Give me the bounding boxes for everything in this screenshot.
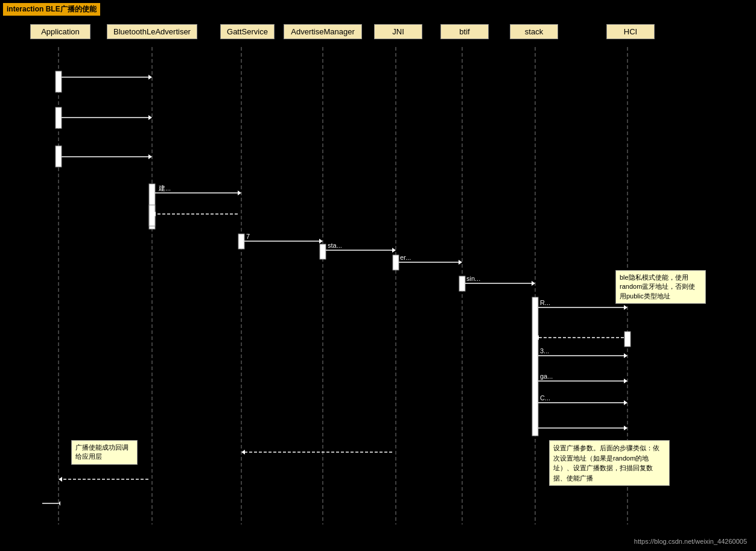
- svg-rect-18: [624, 332, 631, 347]
- participant-jni: JNI: [374, 24, 422, 39]
- svg-text:建...: 建...: [158, 184, 171, 192]
- svg-marker-29: [152, 212, 156, 216]
- svg-rect-15: [393, 255, 399, 270]
- diagram-title: interaction BLE广播的使能: [3, 3, 100, 16]
- svg-marker-20: [148, 75, 152, 80]
- svg-marker-61: [59, 477, 62, 482]
- svg-marker-37: [459, 260, 462, 265]
- participant-hci: HCI: [606, 24, 655, 39]
- note-broadcast-success: 广播使能成功回调给应用层: [71, 440, 138, 465]
- svg-rect-13: [238, 234, 244, 249]
- note-set-params: 设置广播参数。后面的步骤类似：依次设置地址（如果是random的地址）、设置广播…: [549, 440, 670, 486]
- footer-url: https://blog.csdn.net/weixin_44260005: [634, 538, 747, 545]
- svg-marker-59: [241, 450, 245, 455]
- svg-rect-14: [320, 244, 326, 259]
- participant-application: Application: [30, 24, 91, 39]
- svg-rect-16: [459, 276, 465, 291]
- svg-text:ga...: ga...: [540, 373, 553, 380]
- svg-marker-34: [392, 248, 396, 253]
- svg-marker-63: [59, 501, 60, 506]
- svg-marker-26: [238, 190, 241, 195]
- participant-btleadvertiser: BluetoothLeAdvertiser: [107, 24, 197, 39]
- svg-marker-43: [624, 305, 627, 310]
- note-ble-privacy: ble隐私模式使能，使用 random蓝牙地址，否则使用public类型地址: [615, 270, 706, 304]
- participant-btif: btif: [440, 24, 489, 39]
- svg-rect-12: [149, 205, 155, 226]
- svg-text:er...: er...: [400, 254, 411, 261]
- svg-marker-52: [624, 400, 627, 405]
- svg-rect-9: [56, 107, 62, 128]
- svg-marker-31: [319, 239, 323, 244]
- svg-text:sin...: sin...: [466, 275, 480, 282]
- svg-marker-40: [532, 281, 535, 286]
- svg-rect-17: [532, 297, 538, 436]
- svg-marker-57: [535, 335, 539, 340]
- svg-text:R...: R...: [540, 299, 550, 306]
- svg-text:sta...: sta...: [328, 242, 342, 249]
- participant-advertisemanager: AdvertiseManager: [284, 24, 362, 39]
- svg-text:3...: 3...: [540, 347, 549, 354]
- participant-stack: stack: [510, 24, 558, 39]
- svg-marker-22: [148, 115, 152, 120]
- svg-marker-24: [148, 154, 152, 159]
- svg-rect-8: [56, 71, 62, 92]
- participant-gattservice: GattService: [220, 24, 275, 39]
- svg-marker-49: [624, 379, 627, 383]
- svg-marker-55: [624, 426, 627, 430]
- svg-rect-11: [149, 184, 155, 229]
- svg-text:7: 7: [246, 233, 250, 240]
- svg-rect-10: [56, 146, 62, 167]
- svg-text:C...: C...: [540, 394, 550, 401]
- svg-marker-46: [624, 353, 627, 358]
